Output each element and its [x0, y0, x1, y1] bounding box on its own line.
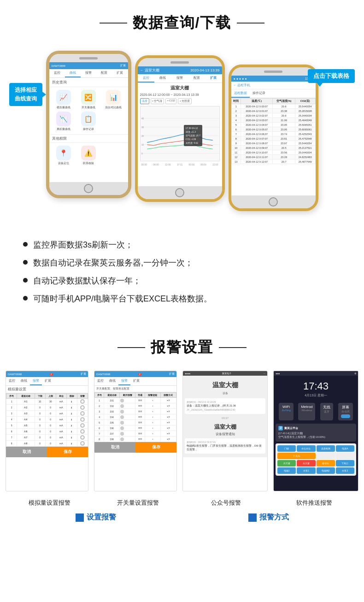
table-back-row[interactable]: ← 远程手机 [231, 82, 316, 89]
phone2-speaker [170, 61, 189, 64]
phone2-top [138, 58, 222, 66]
screen2-footer: 取消 保存 [94, 442, 176, 453]
table-tabs: 远程数据 操作记录 [231, 89, 316, 98]
bullet-dot-3 [23, 278, 28, 283]
table-row: 22020-04-12 0:01:0723.3825.2815028 [231, 109, 315, 113]
screen1-section-title: 模拟量设置 [6, 386, 88, 393]
grid-item-4[interactable]: 📉 累积量曲线 [52, 112, 75, 131]
screen2-tabs: 监控 曲线 报警 扩展 [94, 377, 176, 386]
ctrl-em2[interactable]: 电磁阀2 [317, 467, 335, 474]
annotation-top: 点击下载表格 [308, 69, 355, 83]
grid-icon-5: 📋 [81, 112, 96, 126]
screen2-save[interactable]: 保存 [135, 442, 176, 453]
caption-1: 模拟量设置报警 [6, 499, 94, 507]
ctrl-wind[interactable]: 开关风 [277, 453, 316, 459]
push-date: 4月13日 星期一 [274, 393, 358, 398]
switch-alert-row: 8DI8禁用●●开 [95, 437, 176, 442]
phone2-screen: ← 温室大棚 2020-04-13 13:39 监控 曲线 报警 配置 扩展 温… [138, 66, 222, 186]
ctrl-empty2 [336, 453, 354, 459]
chart-area: 40 30 20 10 0 [140, 106, 220, 161]
alert-row: 2AI200mA🌡 [6, 405, 88, 411]
phone1-app-header: DAMT0888 扩展 [49, 62, 128, 69]
screen3-status-bar: ●●●● 聚英电子 ··· [183, 371, 267, 376]
ctrl-open-skylight[interactable]: 开天窗 [277, 460, 296, 466]
grid-item-3[interactable]: 📊 混合对比曲线 [102, 90, 125, 110]
screen1-cancel[interactable]: 取消 [6, 447, 47, 457]
data-table: 时间 温度(℃) 空气湿度(%) CO2(百) 12020-04-12 0:00… [231, 98, 316, 164]
table-row: 12020-04-12 0:00:0720.625.5440054 [231, 104, 315, 109]
caption-3: 公众号报警 [182, 499, 270, 507]
screen4-box: ●●● ⚙ 17:43 4月13日 星期一 WiFi JiuYing Metro… [273, 371, 358, 491]
alert-row: 6AI600mA🌡 [6, 429, 88, 435]
bottom-item-1: 设置报警 [76, 513, 116, 522]
screen2-box: DAMT0888 2 扩展 监控 曲线 报警 扩展 开关量配置、报警推送配置 序… [94, 371, 177, 491]
phone1-grid: 📈 模拟量曲线 🔀 开关量曲线 📊 混合对比曲线 📉 累积量曲线 [49, 87, 128, 134]
captions-row: 模拟量设置报警 开关量设置报警 公众号报警 软件推送报警 [0, 496, 364, 508]
screen2-cancel[interactable]: 取消 [94, 442, 135, 453]
grid-item-1[interactable]: 📈 模拟量曲线 [52, 90, 75, 110]
grid-icon-2: 🔀 [81, 90, 96, 105]
chart-tooltip: 17:30 04-12 温度: 21.2 空气湿度: 26.7 CO2: 4.6… [184, 125, 203, 146]
screen1-save[interactable]: 保存 [47, 447, 88, 457]
phone1-screen: DAMT0888 扩展 监控 曲线 报警 配置 扩展 所史查询 📈 模拟量曲线 [49, 62, 128, 182]
ctrl-em1[interactable]: 电磁1 [277, 467, 296, 474]
table-row: 52020-04-12 0:04:0723.9525.5065051 [231, 123, 315, 127]
phone2-home[interactable] [175, 188, 184, 197]
grid-item-2[interactable]: 🔀 开关量曲线 [77, 90, 100, 110]
ctrl-water[interactable]: 水位水位 [297, 445, 315, 452]
phone3-speaker [264, 71, 282, 73]
chart-header: ← 温室大棚 2020-04-13 13:39 [138, 66, 222, 74]
ctrl-temp[interactable]: 温度检测 [317, 445, 335, 452]
bottom-item-2: 报警方式 [248, 513, 289, 522]
grid-item-5[interactable]: 📋 操作记录 [77, 112, 100, 131]
phone3-home[interactable] [269, 197, 278, 207]
table-row: 32020-04-12 0:02:0720.625.3440034 [231, 113, 315, 118]
phone1-speaker [79, 57, 98, 59]
data-section: 选择相应 曲线查询 DAMT0888 扩展 监控 曲线 报警 配置 扩展 所史查 [0, 41, 364, 234]
bottom-row: 设置报警 报警方式 [0, 508, 364, 531]
table-row: 102020-04-12 0:09:0720.525.2127521 [231, 146, 315, 150]
other-icon-1: 📍 [56, 146, 71, 160]
table-row: 132020-04-12 0:12:0720.725.4877549 [231, 159, 315, 164]
switch-alert-row: 7DI7禁用●●开 [95, 431, 176, 437]
screen2-table: 序号 通道名称 断开报警 导通 报警使能 报警方式 1DI1禁用●●开2DI2禁… [94, 392, 176, 442]
other-icon-2: ⚠️ [81, 146, 96, 160]
bullet-dot-4 [23, 296, 28, 301]
ctrl-close-skylight[interactable]: 关天窗 [297, 460, 315, 466]
ctrl-vent[interactable]: 下风口 [336, 460, 354, 466]
push-time: 17:43 [274, 376, 358, 393]
switch-alert-row: 1DI1禁用●●开 [95, 398, 176, 403]
chart-title: 温室大棚 [138, 83, 222, 92]
x-axis-labels: 00:00 06:00 12:00 17:11 00:00 06:00 12:0… [138, 162, 222, 167]
alert-row: 4AI400mA🌡 [6, 417, 88, 423]
other-item-1[interactable]: 📍 设备定位 [52, 146, 75, 165]
chart-nav: 监控 曲线 报警 配置 扩展 [138, 74, 222, 83]
caption-4: 软件推送报警 [270, 499, 359, 507]
ctrl-pump1[interactable]: 水泵1 [297, 467, 315, 474]
blue-square-1 [76, 513, 84, 522]
bottom-text-2: 报警方式 [259, 513, 289, 522]
phone1-nav: 监控 曲线 报警 配置 扩展 [49, 69, 128, 78]
ctrl-empty1 [317, 453, 335, 459]
section2-header: 报警设置 [0, 325, 364, 366]
bullet-dot-2 [23, 260, 28, 265]
ctrl-door[interactable]: 门锁 [277, 445, 296, 452]
switch-alert-row: 2DI2禁用●●开 [95, 403, 176, 409]
wechat-content: 温室大棚 设备 接报时间：04/12日 22:19:29 设备：温室大棚生上报记… [183, 376, 267, 457]
chart-date-range: 2020-04-12 12:00:00 ~ 2020-04-13 13:39 [138, 92, 222, 97]
other-item-2[interactable]: ⚠️ 联系核验 [77, 146, 100, 165]
push-notification: 聚 聚英云平台 [17:43:14] [温室大棚]空气湿度发生上报报警，(当前:… [276, 424, 356, 442]
ctrl-pump2[interactable]: 水泵2 [336, 467, 354, 474]
phone1-other-grid: 📍 设备定位 ⚠️ 联系核验 [49, 143, 128, 168]
table-header-bar: ● ● ● ● ● 13:42 [231, 76, 316, 82]
phone1-home[interactable] [84, 184, 93, 193]
phone2-bottom [138, 186, 222, 199]
screenshots-row: DAMT0888 2 扩展 监控 曲线 报警 扩展 模拟量设置 序号 通道名称 … [0, 366, 364, 496]
screen2-section-title: 开关量配置、报警推送配置 [94, 386, 176, 392]
title-line-left [100, 23, 127, 24]
wechat-device-name: 温室大棚 [185, 378, 265, 391]
grid-icon-1: 📈 [56, 90, 71, 105]
ctrl-curtain[interactable]: 卷帘向 [317, 460, 335, 466]
ctrl-power[interactable]: 电源A [336, 445, 354, 452]
screen1-tabs: 监控 曲线 报警 扩展 [6, 377, 88, 386]
